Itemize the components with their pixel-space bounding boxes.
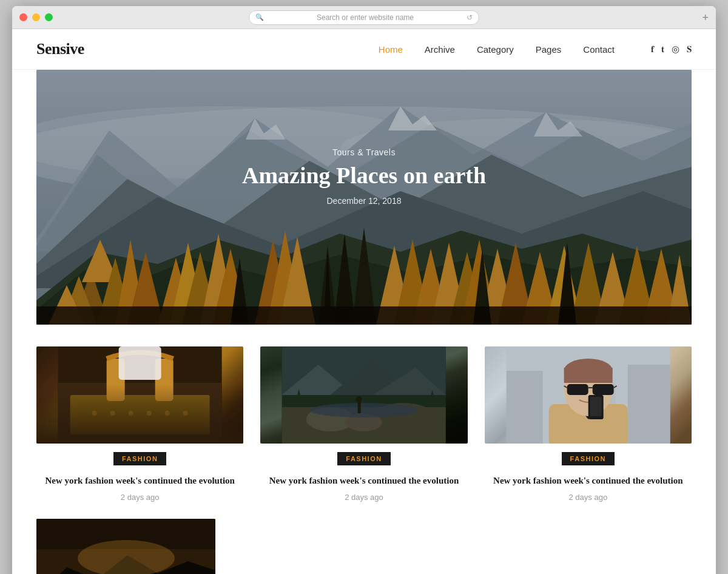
second-cards-row bbox=[12, 519, 716, 575]
hero-section: Tours & Travels Amazing Places on earth … bbox=[36, 70, 692, 325]
svg-rect-53 bbox=[70, 395, 210, 434]
search-icon: 🔍 bbox=[255, 13, 264, 21]
card-badge-1: FASHION bbox=[113, 452, 166, 465]
site-header: Sensive Home Archive Category Pages Cont… bbox=[12, 29, 716, 70]
nav-category[interactable]: Category bbox=[477, 44, 514, 55]
site-content: Sensive Home Archive Category Pages Cont… bbox=[12, 29, 716, 574]
browser-window: 🔍 Search or enter website name ↺ + Sensi… bbox=[12, 6, 716, 574]
nav-pages[interactable]: Pages bbox=[536, 44, 562, 55]
site-nav: Home Archive Category Pages Contact bbox=[379, 44, 615, 55]
minimize-button[interactable] bbox=[32, 13, 40, 21]
nav-home[interactable]: Home bbox=[379, 44, 403, 55]
site-logo: Sensive bbox=[36, 40, 84, 58]
nav-contact[interactable]: Contact bbox=[583, 44, 615, 55]
browser-titlebar: 🔍 Search or enter website name ↺ + bbox=[12, 6, 716, 29]
svg-rect-88 bbox=[567, 384, 588, 395]
refresh-icon[interactable]: ↺ bbox=[467, 13, 473, 22]
card-3: FASHION New york fashion week's continue… bbox=[485, 346, 692, 502]
cards-section: FASHION New york fashion week's continue… bbox=[12, 325, 716, 519]
svg-rect-80 bbox=[627, 365, 670, 444]
partial-card-1[interactable] bbox=[36, 519, 215, 575]
card-badge-3: FASHION bbox=[562, 452, 615, 465]
svg-point-57 bbox=[92, 411, 97, 416]
svg-point-60 bbox=[147, 411, 152, 416]
card-title-2: New york fashion week's continued the ev… bbox=[269, 474, 459, 488]
svg-rect-52 bbox=[58, 383, 222, 444]
card-image-3[interactable] bbox=[485, 346, 692, 444]
twitter-icon[interactable]: 𝐭 bbox=[661, 44, 664, 55]
svg-rect-89 bbox=[592, 384, 613, 395]
hero-date: December 12, 2018 bbox=[242, 196, 486, 206]
card-time-1: 2 days ago bbox=[121, 493, 160, 502]
social-links: 𝐟 𝐭 ◎ 𝐒 bbox=[651, 44, 692, 55]
facebook-icon[interactable]: 𝐟 bbox=[651, 44, 654, 55]
svg-rect-63 bbox=[119, 346, 161, 380]
card-2: FASHION New york fashion week's continue… bbox=[260, 346, 467, 502]
card-badge-2: FASHION bbox=[337, 452, 390, 465]
card-image-1[interactable] bbox=[36, 346, 243, 444]
card-1: FASHION New york fashion week's continue… bbox=[36, 346, 243, 502]
new-tab-button[interactable]: + bbox=[702, 11, 709, 24]
svg-rect-79 bbox=[506, 371, 542, 444]
hero-text: Tours & Travels Amazing Places on earth … bbox=[242, 148, 486, 206]
svg-point-59 bbox=[129, 411, 133, 416]
svg-point-75 bbox=[356, 396, 362, 402]
skype-icon[interactable]: 𝐒 bbox=[687, 44, 692, 55]
svg-rect-94 bbox=[590, 397, 601, 416]
svg-point-73 bbox=[309, 403, 419, 417]
maximize-button[interactable] bbox=[45, 13, 53, 21]
svg-point-62 bbox=[183, 411, 188, 416]
close-button[interactable] bbox=[19, 13, 27, 21]
address-text: Search or enter website name bbox=[268, 13, 463, 22]
svg-rect-74 bbox=[358, 401, 361, 413]
svg-rect-54 bbox=[76, 401, 204, 428]
card-title-1: New york fashion week's continued the ev… bbox=[45, 474, 235, 488]
nav-archive[interactable]: Archive bbox=[425, 44, 455, 55]
card-image-2[interactable] bbox=[260, 346, 467, 444]
svg-point-58 bbox=[110, 411, 115, 416]
instagram-icon[interactable]: ◎ bbox=[672, 44, 679, 55]
card-time-2: 2 days ago bbox=[345, 493, 383, 502]
card-title-3: New york fashion week's continued the ev… bbox=[493, 474, 683, 488]
address-bar[interactable]: 🔍 Search or enter website name ↺ bbox=[249, 10, 479, 25]
hero-category: Tours & Travels bbox=[242, 148, 486, 158]
card-time-3: 2 days ago bbox=[569, 493, 608, 502]
hero-title: Amazing Places on earth bbox=[242, 163, 486, 191]
svg-point-61 bbox=[165, 411, 170, 416]
svg-rect-87 bbox=[564, 368, 612, 383]
